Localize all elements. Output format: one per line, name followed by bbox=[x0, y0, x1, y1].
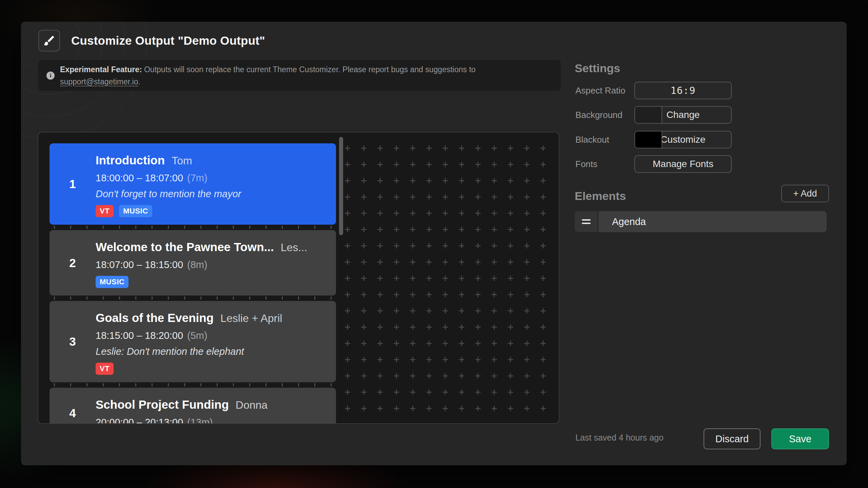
agenda-item-duration: (7m) bbox=[187, 172, 208, 183]
experimental-notice: i Experimental Feature: Outputs will soo… bbox=[38, 60, 561, 91]
agenda-item-tags: MUSIC bbox=[96, 276, 328, 288]
notice-suffix: . bbox=[138, 77, 140, 86]
drag-handle[interactable] bbox=[575, 211, 598, 232]
tag-vt: VT bbox=[96, 205, 114, 217]
last-saved-status: Last saved 4 hours ago bbox=[575, 433, 664, 443]
agenda-item-tags: VT MUSIC bbox=[96, 205, 328, 217]
screen-background: Customize Output "Demo Output" i Experim… bbox=[0, 0, 868, 488]
customize-output-dialog: Customize Output "Demo Output" i Experim… bbox=[21, 22, 847, 465]
info-icon: i bbox=[46, 72, 55, 80]
plus-grid-pattern: +++++++++++++ +++++++++++++ ++++++++++++… bbox=[344, 140, 559, 421]
agenda-item-note: Leslie: Don't mention the elephant bbox=[96, 346, 328, 357]
agenda-item-duration: (8m) bbox=[187, 259, 208, 270]
tag-music: MUSIC bbox=[96, 276, 129, 288]
agenda-item-number: 2 bbox=[50, 230, 96, 296]
agenda-item-time: 20:00:00 – 20:13:00(13m) bbox=[96, 417, 328, 424]
setting-row-fonts: Fonts Manage Fonts bbox=[575, 155, 830, 173]
agenda-item-2[interactable]: 2 Welcome to the Pawnee Town... Les... 1… bbox=[50, 230, 336, 296]
setting-row-blackout: Blackout Customize bbox=[575, 131, 830, 148]
support-email-link[interactable]: support@stagetimer.io bbox=[60, 77, 138, 86]
agenda-item-title: Welcome to the Pawnee Town... bbox=[96, 240, 274, 254]
agenda-scrollbar-thumb[interactable] bbox=[339, 137, 343, 235]
aspect-ratio-label: Aspect Ratio bbox=[575, 82, 625, 99]
discard-button[interactable]: Discard bbox=[704, 428, 761, 449]
blackout-label: Blackout bbox=[575, 131, 609, 148]
save-button[interactable]: Save bbox=[771, 428, 829, 449]
aspect-ratio-button[interactable]: 16:9 bbox=[634, 82, 732, 99]
agenda-item-note: Don't forget to mention the mayor bbox=[96, 188, 328, 200]
agenda-item-1[interactable]: 1 Introduction Tom 18:00:00 – 18:07:00(7… bbox=[50, 143, 336, 225]
output-preview-panel: +++++++++++++ +++++++++++++ ++++++++++++… bbox=[38, 132, 559, 424]
output-icon-button bbox=[38, 30, 60, 52]
elements-heading: Elements bbox=[575, 189, 626, 203]
agenda-item-speaker: Les... bbox=[281, 241, 307, 254]
fonts-label: Fonts bbox=[575, 155, 597, 173]
notice-bold: Experimental Feature: bbox=[60, 65, 142, 74]
agenda-item-speaker: Donna bbox=[236, 399, 268, 411]
agenda-item-title: Goals of the Evening bbox=[96, 311, 214, 325]
setting-row-aspect-ratio: Aspect Ratio 16:9 bbox=[575, 82, 830, 99]
agenda-item-number: 3 bbox=[50, 301, 96, 382]
background-change-button[interactable]: Change bbox=[634, 106, 732, 124]
blackout-color-swatch[interactable] bbox=[635, 131, 662, 148]
agenda-item-duration: (5m) bbox=[187, 330, 208, 341]
agenda-item-time: 18:00:00 – 18:07:00(7m) bbox=[96, 172, 328, 184]
agenda-item-duration: (13m) bbox=[187, 417, 213, 424]
tag-music: MUSIC bbox=[119, 205, 152, 217]
agenda-item-number: 4 bbox=[50, 388, 96, 424]
settings-heading: Settings bbox=[575, 62, 620, 75]
agenda-item-number: 1 bbox=[50, 143, 96, 225]
agenda-item-time: 18:15:00 – 18:20:00(5m) bbox=[96, 330, 328, 341]
add-element-button[interactable]: + Add bbox=[781, 185, 829, 202]
manage-fonts-button[interactable]: Manage Fonts bbox=[634, 155, 732, 173]
blackout-customize-button[interactable]: Customize bbox=[634, 131, 732, 148]
grid-ticks bbox=[50, 296, 336, 301]
agenda-item-speaker: Tom bbox=[172, 155, 192, 167]
element-row-agenda[interactable]: Agenda bbox=[575, 211, 827, 232]
agenda-item-tags: VT bbox=[96, 363, 328, 375]
settings-sidebar: Settings Aspect Ratio 16:9 Background Ch… bbox=[575, 22, 830, 465]
tag-vt: VT bbox=[96, 363, 114, 375]
setting-row-background: Background Change bbox=[575, 106, 830, 124]
background-label: Background bbox=[575, 106, 623, 124]
notice-body: Outputs will soon replace the current Th… bbox=[142, 65, 476, 74]
agenda-item-4[interactable]: 4 School Project Funding Donna 20:00:00 … bbox=[50, 388, 336, 424]
paintbrush-icon bbox=[43, 34, 56, 47]
agenda-item-title: Introduction bbox=[96, 154, 165, 167]
agenda-item-title: School Project Funding bbox=[96, 398, 229, 411]
agenda-item-3[interactable]: 3 Goals of the Evening Leslie + April 18… bbox=[50, 301, 336, 382]
grid-ticks bbox=[50, 382, 336, 388]
agenda-item-time: 18:07:00 – 18:15:00(8m) bbox=[96, 259, 328, 270]
grid-ticks bbox=[50, 225, 336, 230]
element-name: Agenda bbox=[598, 211, 827, 232]
dialog-title: Customize Output "Demo Output" bbox=[71, 34, 265, 47]
agenda-item-speaker: Leslie + April bbox=[220, 312, 282, 325]
drag-handle-icon bbox=[582, 217, 591, 226]
notice-text: Experimental Feature: Outputs will soon … bbox=[60, 63, 486, 88]
agenda-list: 1 Introduction Tom 18:00:00 – 18:07:00(7… bbox=[50, 143, 336, 424]
background-color-swatch[interactable] bbox=[635, 107, 662, 123]
